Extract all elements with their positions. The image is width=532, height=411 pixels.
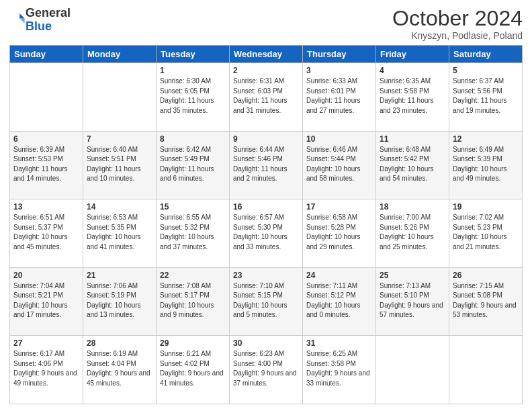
calendar-cell: 21Sunrise: 7:06 AM Sunset: 5:19 PM Dayli… — [83, 267, 157, 336]
day-number: 5 — [453, 66, 519, 75]
day-info: Sunrise: 6:46 AM Sunset: 5:44 PM Dayligh… — [306, 145, 372, 184]
day-number: 6 — [13, 134, 79, 144]
weekday-header-friday: Friday — [376, 46, 449, 63]
day-info: Sunrise: 6:17 AM Sunset: 4:06 PM Dayligh… — [13, 349, 79, 388]
day-number: 3 — [306, 66, 372, 75]
day-info: Sunrise: 6:31 AM Sunset: 6:03 PM Dayligh… — [233, 77, 299, 116]
day-info: Sunrise: 6:48 AM Sunset: 5:42 PM Dayligh… — [380, 145, 445, 184]
calendar-cell: 29Sunrise: 6:21 AM Sunset: 4:02 PM Dayli… — [157, 336, 230, 404]
day-info: Sunrise: 7:06 AM Sunset: 5:19 PM Dayligh… — [87, 281, 152, 320]
day-number: 9 — [233, 134, 299, 144]
day-info: Sunrise: 6:37 AM Sunset: 5:56 PM Dayligh… — [453, 77, 519, 116]
calendar-cell: 10Sunrise: 6:46 AM Sunset: 5:44 PM Dayli… — [303, 131, 376, 199]
day-number: 27 — [13, 338, 79, 348]
calendar-cell: 28Sunrise: 6:19 AM Sunset: 4:04 PM Dayli… — [83, 336, 157, 404]
calendar-cell: 12Sunrise: 6:49 AM Sunset: 5:39 PM Dayli… — [449, 131, 523, 199]
logo: General Blue — [9, 7, 71, 34]
day-info: Sunrise: 6:44 AM Sunset: 5:46 PM Dayligh… — [233, 145, 299, 184]
calendar-cell: 4Sunrise: 6:35 AM Sunset: 5:58 PM Daylig… — [376, 63, 449, 132]
day-number: 12 — [453, 134, 519, 144]
calendar-cell: 2Sunrise: 6:31 AM Sunset: 6:03 PM Daylig… — [230, 63, 303, 132]
calendar-cell — [83, 63, 157, 132]
day-info: Sunrise: 6:21 AM Sunset: 4:02 PM Dayligh… — [160, 349, 226, 388]
day-info: Sunrise: 7:13 AM Sunset: 5:10 PM Dayligh… — [380, 281, 445, 320]
day-info: Sunrise: 6:19 AM Sunset: 4:04 PM Dayligh… — [87, 349, 152, 388]
day-info: Sunrise: 6:25 AM Sunset: 3:58 PM Dayligh… — [306, 349, 372, 388]
weekday-header-thursday: Thursday — [303, 46, 376, 63]
calendar-cell: 1Sunrise: 6:30 AM Sunset: 6:05 PM Daylig… — [157, 63, 230, 132]
weekday-header-monday: Monday — [83, 46, 157, 63]
day-number: 20 — [13, 271, 79, 280]
weekday-header-saturday: Saturday — [449, 46, 523, 63]
calendar-cell: 13Sunrise: 6:51 AM Sunset: 5:37 PM Dayli… — [10, 199, 83, 268]
day-number: 1 — [160, 66, 226, 75]
day-info: Sunrise: 7:15 AM Sunset: 5:08 PM Dayligh… — [453, 281, 519, 320]
calendar-cell: 30Sunrise: 6:23 AM Sunset: 4:00 PM Dayli… — [230, 336, 303, 404]
calendar-cell: 19Sunrise: 7:02 AM Sunset: 5:23 PM Dayli… — [449, 199, 523, 268]
calendar-cell — [376, 336, 449, 404]
day-info: Sunrise: 6:53 AM Sunset: 5:35 PM Dayligh… — [87, 213, 152, 252]
day-number: 26 — [453, 271, 519, 280]
weekday-header-sunday: Sunday — [10, 46, 83, 63]
day-info: Sunrise: 7:00 AM Sunset: 5:26 PM Dayligh… — [380, 213, 445, 252]
calendar-cell: 9Sunrise: 6:44 AM Sunset: 5:46 PM Daylig… — [230, 131, 303, 199]
day-info: Sunrise: 7:11 AM Sunset: 5:12 PM Dayligh… — [306, 281, 372, 320]
day-number: 14 — [87, 202, 152, 212]
calendar-cell: 15Sunrise: 6:55 AM Sunset: 5:32 PM Dayli… — [157, 199, 230, 268]
day-number: 13 — [13, 202, 79, 212]
day-info: Sunrise: 6:33 AM Sunset: 6:01 PM Dayligh… — [306, 77, 372, 116]
day-info: Sunrise: 7:08 AM Sunset: 5:17 PM Dayligh… — [160, 281, 226, 320]
day-number: 22 — [160, 271, 226, 280]
calendar-cell: 7Sunrise: 6:40 AM Sunset: 5:51 PM Daylig… — [83, 131, 157, 199]
logo-icon — [11, 11, 26, 26]
day-info: Sunrise: 6:57 AM Sunset: 5:30 PM Dayligh… — [233, 213, 299, 252]
month-title: October 2024 — [392, 7, 523, 30]
day-info: Sunrise: 7:10 AM Sunset: 5:15 PM Dayligh… — [233, 281, 299, 320]
calendar-cell: 8Sunrise: 6:42 AM Sunset: 5:49 PM Daylig… — [157, 131, 230, 199]
logo-blue: Blue — [26, 19, 52, 33]
calendar-cell: 14Sunrise: 6:53 AM Sunset: 5:35 PM Dayli… — [83, 199, 157, 268]
day-number: 11 — [380, 134, 445, 144]
page-header: General Blue October 2024 Knyszyn, Podla… — [9, 7, 523, 41]
calendar-cell: 6Sunrise: 6:39 AM Sunset: 5:53 PM Daylig… — [10, 131, 83, 199]
day-info: Sunrise: 6:58 AM Sunset: 5:28 PM Dayligh… — [306, 213, 372, 252]
day-number: 4 — [380, 66, 445, 75]
svg-marker-0 — [19, 13, 24, 18]
day-number: 30 — [233, 338, 299, 348]
day-number: 8 — [160, 134, 226, 144]
day-number: 23 — [233, 271, 299, 280]
day-number: 7 — [87, 134, 152, 144]
day-info: Sunrise: 6:55 AM Sunset: 5:32 PM Dayligh… — [160, 213, 226, 252]
day-info: Sunrise: 6:51 AM Sunset: 5:37 PM Dayligh… — [13, 213, 79, 252]
calendar-cell: 27Sunrise: 6:17 AM Sunset: 4:06 PM Dayli… — [10, 336, 83, 404]
day-number: 28 — [87, 338, 152, 348]
day-info: Sunrise: 6:49 AM Sunset: 5:39 PM Dayligh… — [453, 145, 519, 184]
calendar-cell: 20Sunrise: 7:04 AM Sunset: 5:21 PM Dayli… — [10, 267, 83, 336]
weekday-header-tuesday: Tuesday — [157, 46, 230, 63]
calendar-cell: 22Sunrise: 7:08 AM Sunset: 5:17 PM Dayli… — [157, 267, 230, 336]
calendar-cell: 26Sunrise: 7:15 AM Sunset: 5:08 PM Dayli… — [449, 267, 523, 336]
calendar-cell: 18Sunrise: 7:00 AM Sunset: 5:26 PM Dayli… — [376, 199, 449, 268]
day-number: 17 — [306, 202, 372, 212]
day-number: 16 — [233, 202, 299, 212]
day-info: Sunrise: 6:40 AM Sunset: 5:51 PM Dayligh… — [87, 145, 152, 184]
day-info: Sunrise: 6:42 AM Sunset: 5:49 PM Dayligh… — [160, 145, 226, 184]
calendar-cell: 23Sunrise: 7:10 AM Sunset: 5:15 PM Dayli… — [230, 267, 303, 336]
day-number: 29 — [160, 338, 226, 348]
calendar-cell: 25Sunrise: 7:13 AM Sunset: 5:10 PM Dayli… — [376, 267, 449, 336]
title-block: October 2024 Knyszyn, Podlasie, Poland — [392, 7, 523, 41]
location: Knyszyn, Podlasie, Poland — [392, 30, 523, 41]
day-number: 21 — [87, 271, 152, 280]
day-number: 31 — [306, 338, 372, 348]
weekday-header-wednesday: Wednesday — [230, 46, 303, 63]
day-info: Sunrise: 6:39 AM Sunset: 5:53 PM Dayligh… — [13, 145, 79, 184]
day-info: Sunrise: 6:30 AM Sunset: 6:05 PM Dayligh… — [160, 77, 226, 116]
day-info: Sunrise: 7:02 AM Sunset: 5:23 PM Dayligh… — [453, 213, 519, 252]
day-number: 15 — [160, 202, 226, 212]
day-number: 2 — [233, 66, 299, 75]
logo-general: General — [26, 6, 71, 19]
day-number: 18 — [380, 202, 445, 212]
calendar-cell: 17Sunrise: 6:58 AM Sunset: 5:28 PM Dayli… — [303, 199, 376, 268]
calendar: SundayMondayTuesdayWednesdayThursdayFrid… — [9, 45, 523, 404]
calendar-cell — [449, 336, 523, 404]
